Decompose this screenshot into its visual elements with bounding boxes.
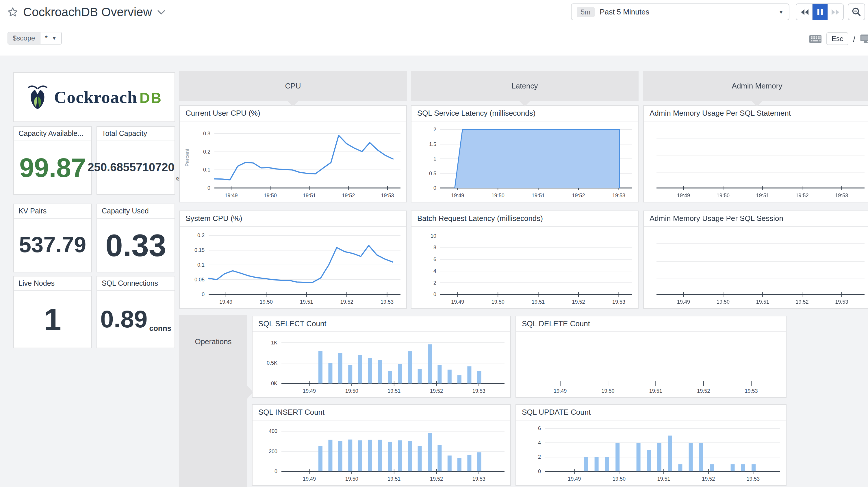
svg-text:19:50: 19:50: [492, 299, 504, 305]
stat-value: 99.87: [19, 152, 86, 183]
svg-text:0: 0: [202, 291, 205, 297]
chevron-down-icon: ▼: [52, 35, 57, 41]
svg-text:19:52: 19:52: [796, 193, 808, 198]
group-header-tail: [751, 100, 764, 107]
svg-text:19:51: 19:51: [388, 388, 401, 394]
svg-text:19:50: 19:50: [345, 476, 358, 482]
svg-text:19:49: 19:49: [219, 299, 232, 305]
svg-text:19:51: 19:51: [532, 193, 545, 198]
cockroachdb-logo-card: CockroachDB: [13, 72, 175, 122]
stat-title: Capacity Available...: [14, 127, 91, 141]
chart-card-admin-memory-statement: Admin Memory Usage Per SQL Statement 19:…: [643, 105, 868, 202]
svg-text:19:49: 19:49: [568, 476, 581, 482]
svg-text:19:52: 19:52: [702, 476, 715, 482]
svg-text:0.05: 0.05: [194, 277, 205, 283]
page-title: CockroachDB Overview: [23, 5, 152, 19]
sql-update-count-chart[interactable]: 024619:4919:5019:5119:5219:53: [516, 421, 786, 485]
svg-text:19:52: 19:52: [572, 193, 585, 198]
sql-insert-count-chart[interactable]: 020040019:4919:5019:5119:5219:53: [252, 421, 510, 485]
svg-text:0.2: 0.2: [203, 149, 210, 155]
time-range-selector[interactable]: 5m Past 5 Minutes ▼: [571, 3, 789, 20]
stat-value: 250.6855710720: [88, 161, 174, 174]
svg-text:19:49: 19:49: [224, 193, 238, 198]
chart-card-sql-delete-count: SQL DELETE Count 19:4919:5019:5119:5219:…: [516, 316, 786, 398]
svg-text:0: 0: [208, 185, 210, 191]
svg-text:19:53: 19:53: [380, 299, 394, 305]
svg-text:19:52: 19:52: [342, 193, 355, 198]
sql-service-latency-chart[interactable]: 00.511.5219:4919:5019:5119:5219:53: [411, 121, 638, 202]
stat-title: Total Capacity: [97, 127, 175, 141]
chevron-down-icon[interactable]: [157, 9, 165, 15]
chart-title: SQL UPDATE Count: [516, 405, 786, 421]
keyboard-icon[interactable]: [809, 34, 822, 43]
chart-title: Admin Memory Usage Per SQL Session: [644, 211, 868, 227]
svg-text:0.1: 0.1: [203, 167, 210, 173]
svg-text:0K: 0K: [271, 380, 277, 386]
zoom-out-button[interactable]: [848, 3, 865, 20]
admin-memory-session-chart[interactable]: 19:4919:5019:5119:5219:53: [644, 227, 868, 308]
slash-separator: /: [853, 34, 855, 44]
svg-text:19:50: 19:50: [345, 388, 358, 394]
esc-button[interactable]: Esc: [827, 32, 848, 45]
current-user-cpu-chart[interactable]: 00.10.20.319:4919:5019:5119:5219:53Perce…: [180, 121, 406, 202]
svg-text:19:50: 19:50: [601, 388, 615, 394]
forward-button[interactable]: [828, 4, 843, 20]
fullscreen-monitor-icon[interactable]: [860, 34, 868, 44]
chart-card-sql-update-count: SQL UPDATE Count 024619:4919:5019:5119:5…: [516, 404, 786, 486]
stat-title: SQL Connections: [97, 277, 175, 291]
svg-text:19:51: 19:51: [300, 299, 313, 305]
chart-title: SQL DELETE Count: [516, 316, 786, 332]
group-header-tail: [518, 100, 531, 107]
svg-text:0: 0: [433, 185, 436, 191]
chart-title: Current User CPU (%): [180, 106, 406, 121]
svg-text:19:53: 19:53: [472, 476, 486, 482]
favorite-star-icon[interactable]: [7, 7, 18, 17]
svg-text:19:52: 19:52: [340, 299, 353, 305]
cockroachdb-bug-icon: [26, 82, 50, 112]
svg-text:19:51: 19:51: [532, 299, 545, 305]
batch-request-latency-chart[interactable]: 024681019:4919:5019:5119:5219:53: [411, 227, 638, 308]
svg-text:200: 200: [269, 449, 277, 454]
svg-text:19:49: 19:49: [303, 388, 316, 394]
stat-card-kv-pairs: KV Pairs 537.79: [13, 204, 92, 273]
svg-text:400: 400: [269, 428, 277, 434]
svg-text:19:50: 19:50: [717, 299, 730, 305]
rewind-button[interactable]: [796, 4, 812, 20]
svg-text:0: 0: [433, 291, 436, 297]
svg-text:2: 2: [433, 280, 436, 286]
svg-text:0.1: 0.1: [197, 262, 205, 268]
group-header-admin-memory[interactable]: Admin Memory: [643, 71, 868, 101]
svg-text:19:52: 19:52: [430, 388, 443, 394]
chart-card-sql-select-count: SQL SELECT Count 0K0.5K1K19:4919:5019:51…: [252, 316, 511, 398]
svg-text:19:50: 19:50: [492, 193, 504, 198]
pause-button[interactable]: [812, 4, 828, 20]
svg-text:19:53: 19:53: [835, 193, 848, 198]
template-variable-scope[interactable]: $scope * ▼: [7, 32, 62, 45]
group-panel-operations[interactable]: Operations: [179, 315, 247, 487]
stat-title: KV Pairs: [14, 204, 91, 219]
svg-text:0.5K: 0.5K: [267, 360, 277, 366]
svg-text:4: 4: [433, 268, 436, 274]
time-range-label: Past 5 Minutes: [599, 7, 773, 16]
sql-select-count-chart[interactable]: 0K0.5K1K19:4919:5019:5119:5219:53: [252, 332, 510, 397]
chart-card-sql-service-latency: SQL Service Latency (milliseconds) 00.51…: [411, 105, 639, 202]
svg-text:19:51: 19:51: [756, 299, 769, 305]
chart-title: Batch Request Latency (milliseconds): [411, 211, 638, 227]
stat-card-total-capacity: Total Capacity 250.6855710720GB: [96, 126, 175, 195]
group-label: Latency: [512, 82, 538, 90]
stat-card-capacity-available: Capacity Available... 99.87: [13, 126, 92, 195]
chart-title: SQL SELECT Count: [252, 316, 510, 332]
scope-value-dropdown[interactable]: * ▼: [39, 32, 61, 44]
stat-title: Capacity Used: [97, 204, 175, 219]
svg-text:8: 8: [433, 245, 436, 251]
group-header-cpu[interactable]: CPU: [179, 71, 407, 101]
svg-text:19:50: 19:50: [264, 193, 277, 198]
group-header-latency[interactable]: Latency: [411, 71, 639, 101]
sql-delete-count-chart[interactable]: 19:4919:5019:5119:5219:53: [516, 332, 786, 397]
svg-text:0: 0: [538, 468, 541, 474]
system-cpu-chart[interactable]: 00.050.10.150.219:4919:5019:5119:5219:53: [180, 227, 406, 308]
admin-memory-statement-chart[interactable]: 19:4919:5019:5119:5219:53: [644, 121, 868, 202]
svg-text:6: 6: [538, 425, 541, 431]
svg-text:2: 2: [433, 127, 436, 133]
svg-text:19:53: 19:53: [747, 476, 760, 482]
